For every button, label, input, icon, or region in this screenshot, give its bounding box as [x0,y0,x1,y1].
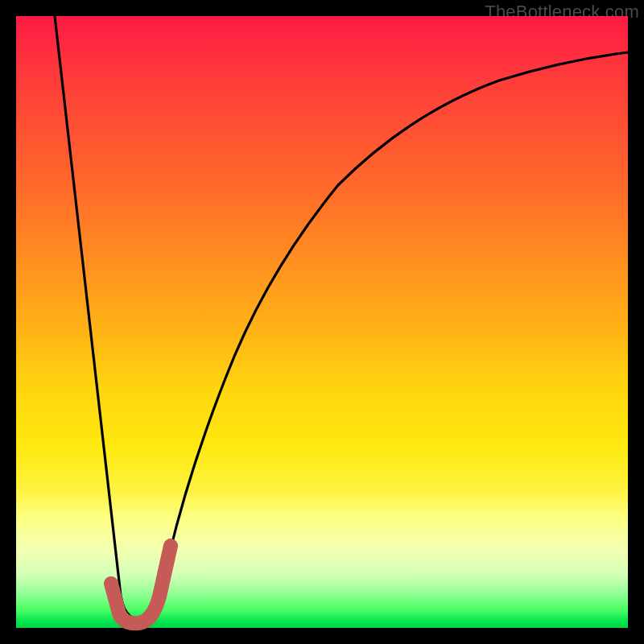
plot-area [16,16,628,628]
curve-layer [16,16,628,628]
bottleneck-curve [55,16,628,618]
chart-frame: TheBottleneck.com [0,0,644,644]
